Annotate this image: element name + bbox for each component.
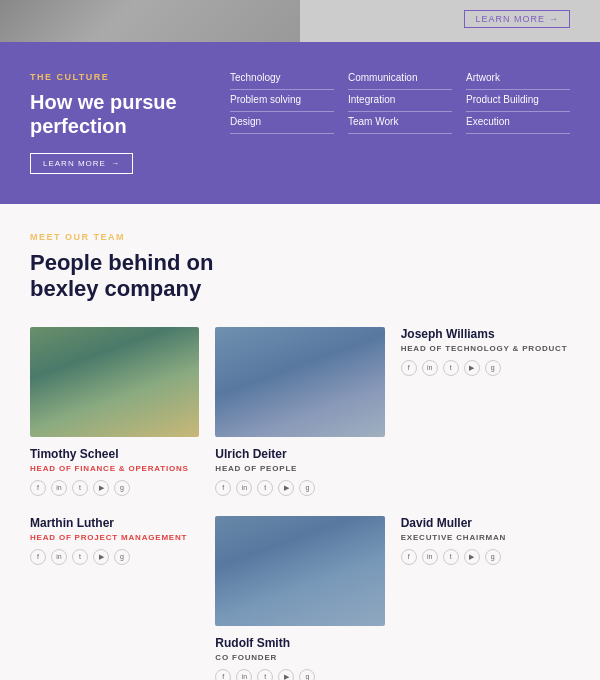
hero-learn-more-button[interactable]: LEARN MORE → [464, 10, 570, 28]
culture-learn-more-label: LEARN MORE [43, 159, 106, 168]
culture-grid: TechnologyCommunicationArtworkProblem so… [230, 72, 570, 174]
social-icon-1[interactable]: in [51, 480, 67, 496]
culture-item-label: Execution [466, 116, 570, 127]
team-member-role: EXECUTIVE CHAIRMAN [401, 533, 570, 542]
social-icon-3[interactable]: ▶ [278, 480, 294, 496]
culture-item-label: Communication [348, 72, 452, 83]
team-member-social-icons: fint▶g [401, 549, 570, 565]
culture-item: Technology [230, 72, 334, 90]
team-member-name: Ulrich Deiter [215, 447, 384, 461]
social-icon-1[interactable]: in [422, 549, 438, 565]
hero-banner: LEARN MORE → [0, 0, 600, 42]
social-icon-4[interactable]: g [485, 549, 501, 565]
team-member-role: HEAD OF FINANCE & OPERATIONS [30, 464, 199, 473]
team-member-photo [30, 327, 199, 437]
social-icon-0[interactable]: f [401, 549, 417, 565]
arrow-right-icon: → [111, 159, 120, 168]
team-member-name: Marthin Luther [30, 516, 199, 530]
social-icon-4[interactable]: g [114, 480, 130, 496]
culture-item-label: Team Work [348, 116, 452, 127]
social-icon-0[interactable]: f [30, 549, 46, 565]
culture-item: Integration [348, 94, 452, 112]
culture-left-panel: THE CULTURE How we pursue perfection LEA… [30, 72, 210, 174]
arrow-right-icon: → [549, 14, 559, 24]
culture-item: Communication [348, 72, 452, 90]
social-icon-0[interactable]: f [215, 669, 231, 680]
culture-heading: How we pursue perfection [30, 90, 210, 138]
team-member-name: David Muller [401, 516, 570, 530]
culture-item: Artwork [466, 72, 570, 90]
social-icon-2[interactable]: t [443, 360, 459, 376]
social-icon-0[interactable]: f [215, 480, 231, 496]
team-card: Rudolf SmithCO FOUNDERfint▶g [215, 516, 384, 680]
social-icon-1[interactable]: in [422, 360, 438, 376]
social-icon-3[interactable]: ▶ [93, 480, 109, 496]
culture-item: Team Work [348, 116, 452, 134]
social-icon-0[interactable]: f [401, 360, 417, 376]
team-heading: People behind on bexley company [30, 250, 570, 303]
team-member-social-icons: fint▶g [401, 360, 570, 376]
culture-item: Execution [466, 116, 570, 134]
culture-item-label: Design [230, 116, 334, 127]
social-icon-2[interactable]: t [257, 480, 273, 496]
social-icon-2[interactable]: t [443, 549, 459, 565]
team-member-role: CO FOUNDER [215, 653, 384, 662]
team-label: MEET OUR TEAM [30, 232, 570, 242]
hero-image [0, 0, 300, 42]
team-member-name: Joseph Williams [401, 327, 570, 341]
culture-item-label: Product Building [466, 94, 570, 105]
culture-label: THE CULTURE [30, 72, 210, 82]
team-card: Joseph WilliamsHEAD OF TECHNOLOGY & PROD… [401, 327, 570, 496]
culture-item: Problem solving [230, 94, 334, 112]
social-icon-0[interactable]: f [30, 480, 46, 496]
culture-item: Product Building [466, 94, 570, 112]
team-member-role: HEAD OF PEOPLE [215, 464, 384, 473]
team-member-role: HEAD OF PROJECT MANAGEMENT [30, 533, 199, 542]
culture-item-label: Artwork [466, 72, 570, 83]
hero-learn-more-label: LEARN MORE [475, 14, 545, 24]
culture-item-label: Technology [230, 72, 334, 83]
culture-item-label: Integration [348, 94, 452, 105]
social-icon-2[interactable]: t [257, 669, 273, 680]
social-icon-4[interactable]: g [114, 549, 130, 565]
team-member-photo [215, 516, 384, 626]
team-card: Ulrich DeiterHEAD OF PEOPLEfint▶g [215, 327, 384, 496]
team-card: Timothy ScheelHEAD OF FINANCE & OPERATIO… [30, 327, 199, 496]
team-member-role: HEAD OF TECHNOLOGY & PRODUCT [401, 344, 570, 353]
culture-item-label: Problem solving [230, 94, 334, 105]
team-grid: Timothy ScheelHEAD OF FINANCE & OPERATIO… [30, 327, 570, 680]
social-icon-3[interactable]: ▶ [93, 549, 109, 565]
team-member-social-icons: fint▶g [215, 669, 384, 680]
team-member-name: Timothy Scheel [30, 447, 199, 461]
team-member-social-icons: fint▶g [30, 480, 199, 496]
social-icon-1[interactable]: in [236, 669, 252, 680]
social-icon-1[interactable]: in [236, 480, 252, 496]
team-member-name: Rudolf Smith [215, 636, 384, 650]
culture-learn-more-button[interactable]: LEARN MORE → [30, 153, 133, 174]
team-card: Marthin LutherHEAD OF PROJECT MANAGEMENT… [30, 516, 199, 680]
social-icon-3[interactable]: ▶ [464, 549, 480, 565]
culture-item: Design [230, 116, 334, 134]
social-icon-2[interactable]: t [72, 549, 88, 565]
social-icon-3[interactable]: ▶ [464, 360, 480, 376]
social-icon-1[interactable]: in [51, 549, 67, 565]
team-section: MEET OUR TEAM People behind on bexley co… [0, 204, 600, 680]
team-card: David MullerEXECUTIVE CHAIRMANfint▶g [401, 516, 570, 680]
team-member-social-icons: fint▶g [30, 549, 199, 565]
social-icon-4[interactable]: g [485, 360, 501, 376]
team-member-social-icons: fint▶g [215, 480, 384, 496]
social-icon-4[interactable]: g [299, 669, 315, 680]
team-member-photo [215, 327, 384, 437]
social-icon-2[interactable]: t [72, 480, 88, 496]
social-icon-4[interactable]: g [299, 480, 315, 496]
culture-section: THE CULTURE How we pursue perfection LEA… [0, 42, 600, 204]
social-icon-3[interactable]: ▶ [278, 669, 294, 680]
